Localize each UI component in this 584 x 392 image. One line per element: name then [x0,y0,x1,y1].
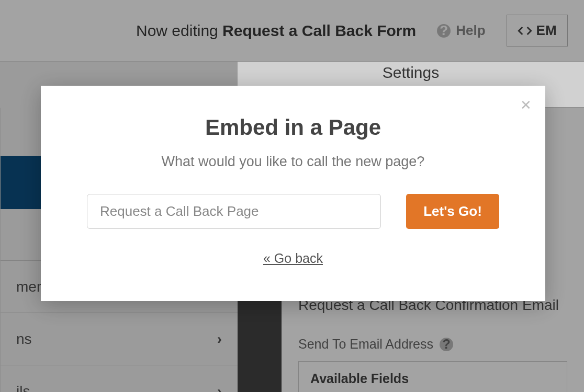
page-name-input[interactable] [87,194,381,229]
close-icon[interactable]: ✕ [520,97,532,113]
lets-go-button[interactable]: Let's Go! [406,194,499,229]
modal-subtitle: What would you like to call the new page… [162,154,425,170]
embed-modal: ✕ Embed in a Page What would you like to… [41,86,545,301]
modal-title: Embed in a Page [205,115,381,140]
go-back-link[interactable]: « Go back [263,251,323,266]
